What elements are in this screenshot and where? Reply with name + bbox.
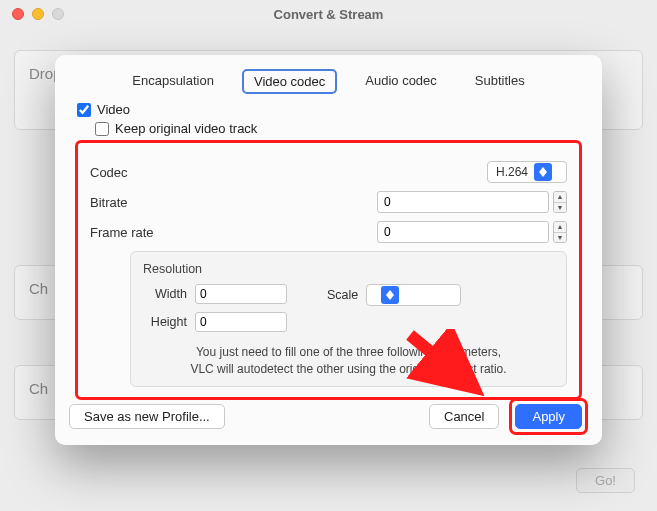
bitrate-input[interactable]: [377, 191, 549, 213]
tab-video-codec[interactable]: Video codec: [242, 69, 337, 94]
codec-label: Codec: [90, 165, 185, 180]
codec-value: H.264: [496, 165, 528, 179]
tab-subtitles[interactable]: Subtitles: [465, 69, 535, 94]
dropdown-icon: [381, 286, 399, 304]
framerate-label: Frame rate: [90, 225, 185, 240]
go-button[interactable]: Go!: [576, 468, 635, 493]
bitrate-stepper[interactable]: ▲▼: [553, 191, 567, 213]
resolution-title: Resolution: [143, 262, 554, 276]
tab-audio-codec[interactable]: Audio codec: [355, 69, 447, 94]
save-profile-button[interactable]: Save as new Profile...: [69, 404, 225, 429]
scale-label: Scale: [327, 288, 358, 302]
framerate-stepper[interactable]: ▲▼: [553, 221, 567, 243]
width-input[interactable]: [195, 284, 287, 304]
height-input[interactable]: [195, 312, 287, 332]
width-label: Width: [143, 287, 187, 301]
apply-highlight: Apply: [509, 398, 588, 435]
dropdown-icon: [534, 163, 552, 181]
codec-select[interactable]: H.264: [487, 161, 567, 183]
video-enable-checkbox[interactable]: [77, 103, 91, 117]
profile-sheet: Encapsulation Video codec Audio codec Su…: [55, 55, 602, 445]
scale-select[interactable]: [366, 284, 461, 306]
codec-tabs: Encapsulation Video codec Audio codec Su…: [122, 69, 534, 94]
resolution-hint: You just need to fill one of the three f…: [183, 344, 514, 378]
tab-encapsulation[interactable]: Encapsulation: [122, 69, 224, 94]
resolution-group: Resolution Width Height: [130, 251, 567, 387]
cancel-button[interactable]: Cancel: [429, 404, 499, 429]
video-settings-highlight: Codec H.264 Bitrate ▲▼ Frame rate: [75, 140, 582, 400]
height-label: Height: [143, 315, 187, 329]
video-enable-label: Video: [97, 102, 130, 117]
window-title: Convert & Stream: [0, 7, 657, 22]
keep-original-label: Keep original video track: [115, 121, 257, 136]
framerate-input[interactable]: [377, 221, 549, 243]
keep-original-checkbox[interactable]: [95, 122, 109, 136]
apply-button[interactable]: Apply: [515, 404, 582, 429]
bitrate-label: Bitrate: [90, 195, 185, 210]
